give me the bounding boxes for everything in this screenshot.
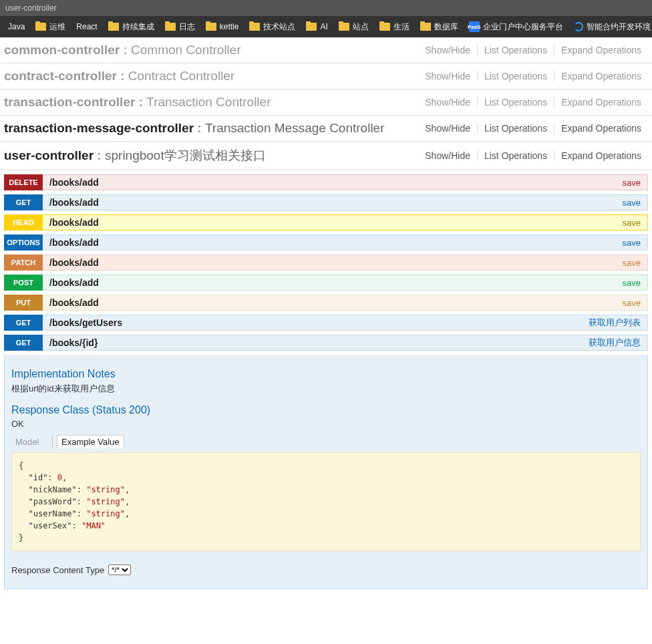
controller-ops: Show/HideList OperationsExpand Operation… (418, 97, 648, 108)
showhide-link[interactable]: Show/Hide (418, 71, 478, 82)
expand-link[interactable]: Expand Operations (554, 150, 648, 161)
bookmark-item[interactable]: 持续集成 (103, 21, 160, 33)
bookmark-item[interactable]: 日志 (160, 21, 200, 33)
expand-link[interactable]: Expand Operations (554, 97, 648, 108)
http-method-badge: PATCH (4, 255, 43, 271)
endpoint-path[interactable]: /books/add (49, 177, 99, 188)
endpoint-row[interactable]: GET/books/getUsers获取用户列表 (4, 315, 648, 331)
endpoint-pathdesc: /books/getUsers获取用户列表 (43, 315, 648, 331)
bookmark-item[interactable]: 生活 (374, 21, 415, 33)
http-method-badge: POST (4, 275, 43, 291)
bookmark-item[interactable]: kettle (200, 22, 244, 31)
response-content-type-select[interactable]: */* (108, 565, 131, 575)
bookmark-label: Java (8, 22, 25, 31)
bookmark-item[interactable]: 智能合约开发环境 (568, 21, 652, 33)
endpoint-detail-panel: Implementation Notes 根据url的id来获取用户信息 Res… (4, 355, 648, 589)
controller-row[interactable]: transaction-message-controller : Transac… (0, 116, 652, 142)
controller-desc: Transaction Message Controller (205, 121, 385, 135)
expand-link[interactable]: Expand Operations (554, 45, 648, 55)
controller-name: user-controller (4, 148, 94, 162)
endpoint-row[interactable]: DELETE/books/addsave (4, 174, 648, 190)
controller-ops: Show/HideList OperationsExpand Operation… (418, 150, 648, 161)
endpoint-row[interactable]: GET/books/addsave (4, 194, 648, 210)
bookmark-item[interactable]: React (71, 22, 102, 31)
controller-row[interactable]: user-controller : springboot学习测试相关接口Show… (0, 142, 652, 170)
bookmark-item[interactable]: 运维 (30, 21, 71, 33)
controller-title: contract-controller : Contract Controlle… (4, 69, 234, 84)
endpoint-pathdesc: /books/addsave (43, 275, 648, 291)
http-method-badge: OPTIONS (4, 234, 43, 251)
controller-title: transaction-message-controller : Transac… (4, 121, 385, 136)
example-json[interactable]: { "id": 0, "nickName": "string", "passWo… (11, 452, 641, 551)
endpoint-desc[interactable]: save (623, 258, 641, 268)
showhide-link[interactable]: Show/Hide (418, 150, 478, 161)
endpoint-path[interactable]: /books/add (49, 237, 99, 248)
endpoint-pathdesc: /books/addsave (43, 234, 648, 251)
list-link[interactable]: List Operations (478, 45, 554, 55)
endpoint-pathdesc: /books/addsave (43, 295, 648, 311)
list-link[interactable]: List Operations (478, 71, 554, 82)
bookmark-label: 持续集成 (122, 21, 154, 33)
folder-icon (379, 23, 390, 31)
implementation-notes-heading: Implementation Notes (11, 368, 641, 380)
endpoint-path[interactable]: /books/add (49, 197, 99, 208)
list-link[interactable]: List Operations (478, 123, 554, 134)
endpoint-row[interactable]: HEAD/books/addsave (4, 214, 648, 230)
endpoint-desc[interactable]: 获取用户列表 (589, 317, 641, 329)
endpoint-desc[interactable]: save (623, 238, 641, 248)
showhide-link[interactable]: Show/Hide (418, 97, 478, 108)
endpoint-desc[interactable]: save (623, 198, 641, 208)
http-method-badge: GET (4, 194, 43, 210)
list-link[interactable]: List Operations (478, 150, 554, 161)
controller-ops: Show/HideList OperationsExpand Operation… (418, 45, 648, 55)
controller-row[interactable]: transaction-controller : Transaction Con… (0, 90, 652, 116)
bookmark-item[interactable]: 数据库 (415, 21, 464, 33)
tab-example-value[interactable]: Example Value (57, 435, 124, 448)
bookmark-item[interactable]: 技术站点 (244, 21, 301, 33)
controller-row[interactable]: contract-controller : Contract Controlle… (0, 63, 652, 90)
bookmark-item[interactable]: PaaS企业门户中心服务平台 (464, 21, 568, 33)
endpoint-desc[interactable]: save (623, 298, 641, 308)
folder-icon (249, 23, 260, 31)
endpoint-row[interactable]: OPTIONS/books/addsave (4, 234, 648, 251)
showhide-link[interactable]: Show/Hide (418, 45, 478, 55)
controller-row[interactable]: common-controller : Common ControllerSho… (0, 37, 652, 63)
expand-link[interactable]: Expand Operations (554, 123, 648, 134)
expand-link[interactable]: Expand Operations (554, 71, 648, 82)
showhide-link[interactable]: Show/Hide (418, 123, 478, 134)
endpoint-path[interactable]: /books/add (49, 257, 99, 268)
endpoint-path[interactable]: /books/add (49, 297, 99, 308)
endpoint-desc[interactable]: 获取用户信息 (589, 337, 641, 349)
bookmark-label: 生活 (393, 21, 410, 33)
controller-ops: Show/HideList OperationsExpand Operation… (418, 71, 648, 82)
endpoint-path[interactable]: /books/getUsers (49, 317, 122, 328)
endpoint-desc[interactable]: save (623, 218, 641, 228)
controller-ops: Show/HideList OperationsExpand Operation… (418, 123, 648, 134)
bookmark-item[interactable]: Java (3, 22, 30, 31)
endpoint-desc[interactable]: save (623, 178, 641, 188)
bookmark-item[interactable]: 站点 (333, 21, 374, 33)
endpoint-row[interactable]: PUT/books/addsave (4, 295, 648, 311)
controller-name: transaction-controller (4, 95, 135, 109)
implementation-notes-text: 根据url的id来获取用户信息 (11, 383, 641, 395)
ring-icon (574, 22, 583, 31)
bookmark-label: 站点 (353, 21, 369, 33)
bookmark-label: kettle (220, 22, 239, 31)
response-content-type-label: Response Content Type (11, 565, 104, 575)
endpoint-row[interactable]: PATCH/books/addsave (4, 255, 648, 271)
endpoint-row[interactable]: GET/books/{id}获取用户信息 (4, 335, 648, 351)
tab-model[interactable]: Model (11, 436, 43, 448)
endpoint-desc[interactable]: save (623, 278, 641, 288)
bookmark-item[interactable]: AI (301, 22, 333, 31)
endpoint-path[interactable]: /books/add (49, 277, 99, 288)
endpoint-pathdesc: /books/addsave (43, 174, 648, 190)
http-method-badge: DELETE (4, 174, 43, 190)
endpoint-path[interactable]: /books/add (49, 217, 99, 228)
endpoint-path[interactable]: /books/{id} (49, 337, 98, 348)
endpoint-pathdesc: /books/addsave (43, 214, 648, 230)
bookmark-label: 数据库 (434, 21, 458, 33)
list-link[interactable]: List Operations (478, 97, 554, 108)
endpoint-row[interactable]: POST/books/addsave (4, 275, 648, 291)
controller-title: user-controller : springboot学习测试相关接口 (4, 147, 266, 164)
response-class-heading: Response Class (Status 200) (11, 404, 641, 416)
